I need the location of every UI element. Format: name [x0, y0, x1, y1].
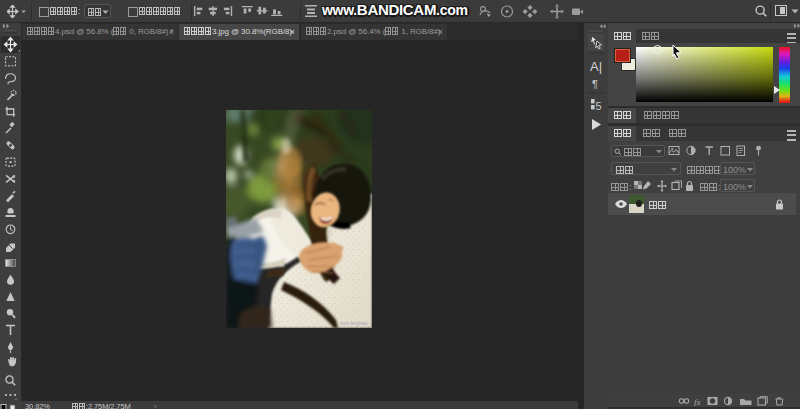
svg-text:fx: fx — [694, 397, 701, 407]
svg-text:¶: ¶ — [592, 78, 598, 90]
svg-text:A|: A| — [590, 59, 602, 74]
svg-text:www.fengniao: www.fengniao — [340, 321, 369, 326]
svg-text:5: 5 — [596, 100, 602, 112]
